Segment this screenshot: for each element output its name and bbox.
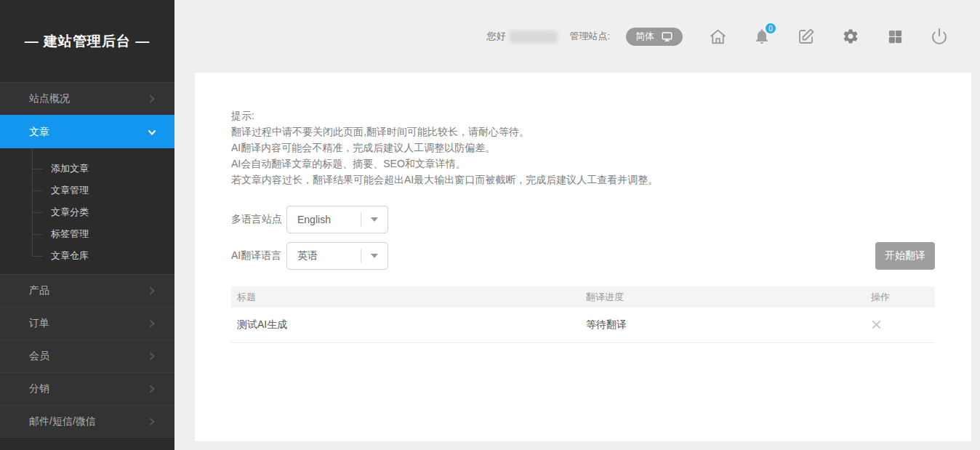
sidebar-item-label: 文章 bbox=[29, 126, 49, 139]
chevron-right-icon bbox=[147, 286, 157, 296]
tips-line: AI翻译内容可能会不精准，完成后建议人工调整以防偏差。 bbox=[231, 140, 935, 156]
ai-language-row: AI翻译语言 英语 开始翻译 bbox=[231, 242, 935, 270]
chevron-right-icon bbox=[147, 417, 157, 427]
caret-down-icon bbox=[371, 254, 378, 258]
close-icon bbox=[871, 319, 882, 330]
tips-title: 提示: bbox=[231, 108, 935, 124]
table-header-row: 标题 翻译进度 操作 bbox=[231, 286, 935, 308]
manage-site-label: 管理站点: bbox=[569, 30, 610, 43]
content-card: 提示: 翻译过程中请不要关闭此页面,翻译时间可能比较长，请耐心等待。 AI翻译内… bbox=[195, 73, 971, 441]
app-logo: — 建站管理后台 — bbox=[0, 0, 174, 82]
sidebar-item-products[interactable]: 产品 bbox=[0, 274, 174, 307]
articles-submenu: 添加文章 文章管理 文章分类 标签管理 文章仓库 bbox=[0, 148, 174, 274]
sidebar-item-label: 邮件/短信/微信 bbox=[29, 415, 96, 428]
multilang-site-select[interactable]: English bbox=[286, 206, 388, 233]
column-header-progress: 翻译进度 bbox=[580, 286, 865, 308]
sidebar: — 建站管理后台 — 站点概况 文章 添加文章 文章管理 文章分类 标签管理 文… bbox=[0, 0, 174, 450]
power-icon bbox=[931, 28, 948, 45]
sidebar-item-members[interactable]: 会员 bbox=[0, 339, 174, 372]
multilang-site-row: 多语言站点 English bbox=[231, 206, 935, 233]
edit-icon bbox=[798, 28, 815, 45]
cell-translation-progress: 等待翻译 bbox=[580, 308, 865, 342]
settings-button[interactable] bbox=[841, 27, 860, 46]
sidebar-item-label: 分销 bbox=[29, 382, 49, 395]
start-translation-button[interactable]: 开始翻译 bbox=[875, 242, 935, 270]
sidebar-item-label: 站点概况 bbox=[29, 92, 70, 105]
sidebar-item-articles[interactable]: 文章 bbox=[0, 115, 174, 148]
chevron-right-icon bbox=[147, 384, 157, 394]
main-area: 您好 管理站点: 简体 0 bbox=[174, 0, 980, 450]
monitor-icon bbox=[661, 31, 673, 42]
home-icon bbox=[709, 28, 727, 46]
apps-button[interactable] bbox=[885, 27, 904, 46]
sidebar-item-orders[interactable]: 订单 bbox=[0, 307, 174, 339]
topbar: 您好 管理站点: 简体 0 bbox=[174, 0, 980, 73]
sidebar-item-email-sms-wechat[interactable]: 邮件/短信/微信 bbox=[0, 405, 174, 438]
chevron-right-icon bbox=[147, 351, 157, 361]
sidebar-filler bbox=[0, 438, 174, 450]
cell-article-title: 测试AI生成 bbox=[231, 308, 580, 342]
chevron-down-icon bbox=[147, 127, 157, 137]
translation-form: 多语言站点 English AI翻译语言 英语 开始翻译 bbox=[231, 206, 935, 270]
chevron-right-icon bbox=[147, 318, 157, 329]
grid-icon bbox=[887, 28, 904, 45]
sidebar-subitem-tag-management[interactable]: 标签管理 bbox=[0, 223, 174, 245]
greeting-text: 您好 bbox=[486, 30, 505, 43]
edit-button[interactable] bbox=[797, 27, 816, 46]
column-header-actions: 操作 bbox=[865, 286, 935, 308]
sidebar-item-label: 会员 bbox=[29, 350, 49, 363]
site-language-pill[interactable]: 简体 bbox=[626, 28, 683, 46]
tips-line: AI会自动翻译文章的标题、摘要、SEO和文章详情。 bbox=[231, 156, 935, 172]
sidebar-subitem-article-categories[interactable]: 文章分类 bbox=[0, 201, 174, 223]
sidebar-subitem-article-warehouse[interactable]: 文章仓库 bbox=[0, 245, 174, 267]
table-row: 测试AI生成 等待翻译 bbox=[231, 308, 935, 342]
translation-table: 标题 翻译进度 操作 测试AI生成 等待翻译 bbox=[231, 286, 935, 343]
multilang-site-label: 多语言站点 bbox=[231, 213, 286, 226]
sidebar-item-label: 订单 bbox=[29, 317, 49, 330]
column-header-title: 标题 bbox=[231, 286, 580, 308]
sidebar-item-label: 产品 bbox=[29, 284, 49, 297]
tips-line: 翻译过程中请不要关闭此页面,翻译时间可能比较长，请耐心等待。 bbox=[231, 124, 935, 140]
gear-icon bbox=[842, 28, 859, 45]
sidebar-item-distribution[interactable]: 分销 bbox=[0, 372, 174, 405]
tips-line: 若文章内容过长，翻译结果可能会超出AI最大输出窗口而被截断，完成后建议人工查看并… bbox=[231, 172, 935, 188]
notifications-button[interactable]: 0 bbox=[752, 27, 771, 46]
site-language-label: 简体 bbox=[635, 30, 654, 43]
logout-button[interactable] bbox=[930, 27, 949, 46]
tips-block: 提示: 翻译过程中请不要关闭此页面,翻译时间可能比较长，请耐心等待。 AI翻译内… bbox=[231, 108, 935, 188]
multilang-site-value: English bbox=[297, 214, 331, 225]
ai-language-value: 英语 bbox=[297, 249, 318, 262]
ai-language-label: AI翻译语言 bbox=[231, 249, 286, 262]
sidebar-subitem-article-management[interactable]: 文章管理 bbox=[0, 180, 174, 201]
sidebar-item-site-overview[interactable]: 站点概况 bbox=[0, 82, 174, 115]
home-button[interactable] bbox=[708, 27, 727, 46]
remove-row-button[interactable] bbox=[871, 319, 882, 330]
username-redacted bbox=[510, 31, 558, 43]
ai-language-select[interactable]: 英语 bbox=[286, 242, 388, 270]
sidebar-subitem-add-article[interactable]: 添加文章 bbox=[0, 158, 174, 180]
caret-down-icon bbox=[371, 217, 378, 222]
notification-badge: 0 bbox=[765, 23, 776, 34]
chevron-right-icon bbox=[147, 94, 157, 104]
